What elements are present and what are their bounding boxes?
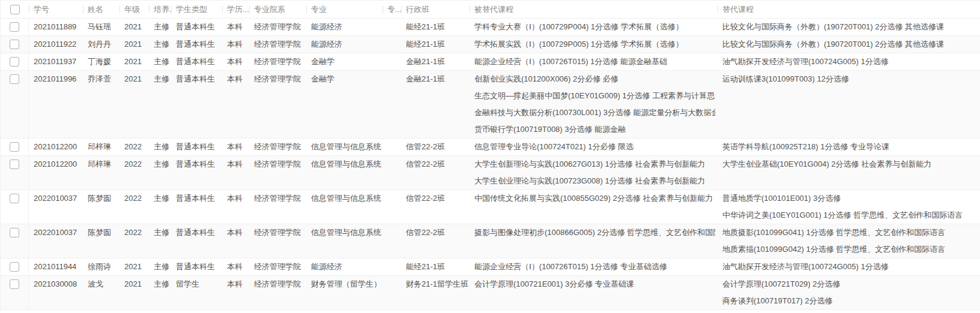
row-checkbox[interactable] (10, 40, 19, 49)
row-checkbox[interactable] (10, 74, 19, 84)
column-header-department: 专业院系 (249, 1, 306, 18)
cell-replaced-courses: 能源企业经营（Ⅰ）(100726T015) 1分选修 专业基础选修 (470, 258, 718, 275)
row-select-cell (1, 36, 29, 53)
cell-major-extra (383, 224, 401, 258)
select-all-cell (1, 1, 29, 18)
cell-student-type: 普通本科生 (171, 258, 222, 275)
cell-training: 主修 (149, 156, 171, 189)
cell-name: 波戈 (83, 276, 119, 309)
cell-student-id: 2021011937 (29, 53, 83, 70)
row-checkbox[interactable] (10, 142, 19, 152)
course-line: 会计学原理(100721T029) 2分选修 (722, 276, 978, 293)
row-checkbox[interactable] (10, 57, 19, 67)
cell-replaced-courses: 大学生创新理论与实践(100627G013) 1分选修 社会素养与创新能力大学生… (470, 156, 718, 189)
cell-department: 经济管理学院 (249, 139, 306, 155)
cell-admin-class: 信管22-2班 (401, 139, 470, 155)
column-header-education: 学历... (222, 1, 249, 18)
cell-replaced-courses: 创新创业实践(101200X006) 2分必修 必修生态文明—撑起美丽中国梦(1… (470, 71, 718, 138)
cell-substitute-courses: 油气勘探开发经济与管理(100724G005) 1分选修 (718, 258, 980, 275)
course-line: 会计学原理(100721E001) 3分必修 专业基础课 (474, 276, 715, 293)
cell-student-type: 普通本科生 (171, 53, 222, 70)
course-line: 生态文明—撑起美丽中国梦(10EY01G009) 1分选修 工程素养与计算思维 (474, 88, 715, 104)
select-all-checkbox[interactable] (10, 5, 20, 14)
cell-education: 本科 (222, 276, 249, 309)
cell-department: 经济管理学院 (249, 224, 306, 258)
row-checkbox[interactable] (10, 228, 19, 237)
cell-name: 马钰瑶 (83, 19, 119, 35)
column-header-replaced-courses: 被替代课程 (470, 1, 718, 18)
cell-name: 邱梓琳 (83, 156, 119, 189)
course-line: 金融科技与大数据分析(100730L001) 3分选修 能源定量分析与大数据金融 (474, 104, 715, 121)
cell-grade: 2021 (119, 36, 149, 53)
column-header-admin-class: 行政班 (401, 1, 470, 18)
cell-training: 主修 (149, 19, 171, 35)
row-checkbox[interactable] (10, 262, 19, 272)
cell-name: 邱梓琳 (83, 139, 119, 155)
cell-training: 主修 (149, 36, 171, 53)
cell-admin-class: 能经21-1班 (401, 258, 470, 275)
course-line: 地质素描(101099G042) 1分选修 哲学思维、文艺创作和国际语言 (722, 241, 978, 258)
row-checkbox[interactable] (10, 159, 19, 169)
cell-education: 本科 (222, 53, 249, 70)
cell-name: 陈梦圆 (83, 224, 119, 258)
cell-student-id: 2021011944 (29, 258, 83, 275)
cell-major-extra (383, 258, 401, 275)
table-header-row: 学号姓名年级培养...学生类型学历...专业院系专业专...行政班被替代课程替代… (1, 1, 980, 19)
cell-substitute-courses: 比较文化与国际商务（外教）(190720T001) 2分选修 其他选修课 (718, 36, 980, 53)
cell-major-extra (383, 276, 401, 309)
cell-major-extra (383, 139, 401, 155)
cell-grade: 2022 (119, 139, 149, 155)
cell-department: 经济管理学院 (249, 36, 306, 53)
cell-training: 主修 (149, 276, 171, 309)
row-select-cell (1, 224, 29, 258)
course-substitution-table: 学号姓名年级培养...学生类型学历...专业院系专业专...行政班被替代课程替代… (0, 0, 980, 310)
cell-department: 经济管理学院 (249, 53, 306, 70)
cell-admin-class: 信管22-2班 (401, 156, 470, 189)
column-header-grade: 年级 (119, 1, 149, 18)
cell-education: 本科 (222, 156, 249, 189)
row-checkbox[interactable] (10, 194, 19, 203)
row-checkbox[interactable] (10, 279, 19, 289)
table-row: 2022010037陈梦圆2022主修普通本科生本科经济管理学院信息管理与信息系… (1, 190, 980, 224)
row-checkbox[interactable] (10, 22, 19, 32)
table-row: 2021011889马钰瑶2021主修普通本科生本科经济管理学院能源经济能经21… (1, 19, 980, 36)
cell-substitute-courses: 比较文化与国际商务（外教）(190720T001) 2分选修 其他选修课 (718, 19, 980, 35)
cell-grade: 2021 (119, 19, 149, 35)
table-row: 2021011996乔泽萱2021主修普通本科生本科经济管理学院金融学金融21-… (1, 71, 980, 139)
cell-student-type: 普通本科生 (171, 71, 222, 138)
cell-department: 经济管理学院 (249, 258, 306, 275)
course-line: 油气勘探开发经济与管理(100724G005) 1分选修 (722, 258, 978, 275)
cell-substitute-courses: 油气勘探开发经济与管理(100724G005) 1分选修 (718, 53, 980, 70)
cell-student-type: 普通本科生 (171, 224, 222, 258)
cell-major: 金融学 (306, 53, 383, 70)
table-row: 2021011944徐雨诗2021主修普通本科生本科经济管理学院能源经济能经21… (1, 258, 980, 276)
cell-training: 主修 (149, 258, 171, 275)
course-line: 普通地质学(100101E001) 3分选修 (722, 190, 978, 207)
cell-major: 信息管理与信息系统 (306, 190, 383, 224)
cell-student-type: 普通本科生 (171, 19, 222, 35)
course-line: 大学生创新理论与实践(100627G013) 1分选修 社会素养与创新能力 (474, 156, 715, 173)
course-line: 商务谈判(100719T017) 2分选修 (722, 293, 978, 309)
cell-student-id: 2021011996 (29, 71, 83, 138)
cell-substitute-courses: 普通地质学(100101E001) 3分选修中华诗词之美(10EY01G001)… (718, 190, 980, 224)
course-line: 地质摄影(101099G041) 1分选修 哲学思维、文艺创作和国际语言 (722, 224, 978, 241)
cell-education: 本科 (222, 19, 249, 35)
row-select-cell (1, 139, 29, 155)
row-select-cell (1, 156, 29, 189)
cell-replaced-courses: 摄影与图像处理初步(100866G005) 2分选修 哲学思维、文艺创作和国际语… (470, 224, 718, 258)
cell-student-type: 留学生 (171, 276, 222, 309)
table-row: 2021030008波戈2021主修留学生本科经济管理学院财务管理（留学生）财务… (1, 276, 980, 310)
cell-student-type: 普通本科生 (171, 36, 222, 53)
row-select-cell (1, 19, 29, 35)
cell-admin-class: 信管22-2班 (401, 190, 470, 224)
course-line: 比较文化与国际商务（外教）(190720T001) 2分选修 其他选修课 (722, 19, 978, 35)
cell-student-id: 2021011922 (29, 36, 83, 53)
cell-student-id: 2021011889 (29, 19, 83, 35)
cell-student-type: 普通本科生 (171, 156, 222, 189)
cell-major-extra (383, 71, 401, 138)
course-line: 英语学科导航(100925T218) 1分选修 专业导论课 (722, 139, 978, 155)
cell-major: 能源经济 (306, 258, 383, 275)
cell-grade: 2021 (119, 71, 149, 138)
cell-department: 经济管理学院 (249, 71, 306, 138)
cell-major: 金融学 (306, 71, 383, 138)
